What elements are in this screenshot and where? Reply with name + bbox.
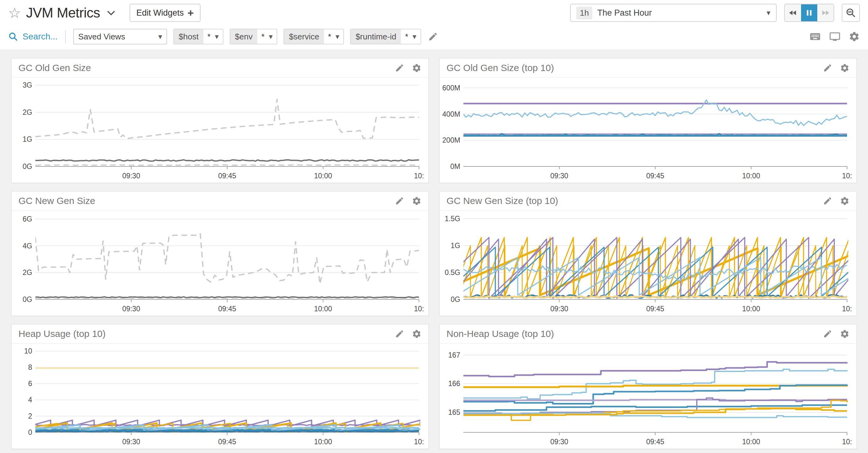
- widget-gc-new-gen-size: GC New Gen Size 6G4G2G0G09:3009:4510:001…: [11, 191, 429, 316]
- widget-edit-button[interactable]: [823, 329, 832, 338]
- dashboard-settings-button[interactable]: [848, 31, 860, 42]
- pencil-icon: [823, 196, 832, 205]
- zoom-out-button[interactable]: [842, 4, 860, 22]
- y-tick-label: 0G: [23, 295, 32, 303]
- series-palegold-band: [463, 296, 847, 298]
- y-tick-label: 166: [448, 380, 460, 388]
- dashboard-toolbar: Search... Saved Views ▾ $host *▾ $env *▾…: [0, 26, 868, 50]
- keyboard-icon: [809, 31, 821, 42]
- widget-edit-button[interactable]: [395, 196, 404, 205]
- gear-icon: [840, 196, 849, 206]
- pencil-icon: [823, 329, 832, 338]
- template-var-host[interactable]: $host *▾: [173, 29, 223, 44]
- edit-widgets-button[interactable]: Edit Widgets +: [129, 4, 200, 22]
- widget-heap-usage-top10: Heap Usage (top 10) 108642009:3009:4510:…: [11, 324, 429, 449]
- x-tick-label: 10:: [414, 172, 424, 180]
- widget-title: Non-Heap Usage (top 10): [446, 328, 823, 339]
- x-tick-label: 09:45: [646, 172, 664, 180]
- y-tick-label: 0G: [451, 295, 460, 303]
- y-tick-label: 0: [28, 428, 32, 436]
- caret-down-icon: ▾: [269, 32, 273, 41]
- template-var-name: $runtime-id: [351, 29, 401, 44]
- gear-icon: [848, 31, 860, 42]
- widget-settings-button[interactable]: [840, 63, 849, 73]
- y-tick-label: 0M: [450, 162, 460, 170]
- gear-icon: [412, 63, 422, 73]
- rewind-button[interactable]: [785, 4, 801, 21]
- search-input[interactable]: Search...: [8, 32, 58, 42]
- y-tick-label: 1.5G: [445, 215, 460, 223]
- x-tick-label: 09:45: [646, 305, 664, 313]
- pause-button[interactable]: [801, 4, 817, 21]
- y-tick-label: 10: [24, 347, 32, 355]
- caret-down-icon: ▾: [335, 32, 339, 41]
- saved-views-label: Saved Views: [78, 32, 158, 42]
- chart-canvas[interactable]: 3G2G1G0G09:3009:4510:0010:: [11, 78, 427, 182]
- y-tick-label: 2G: [23, 108, 32, 117]
- caret-down-icon: ▾: [158, 32, 162, 41]
- series-old-gen-dashed-main: [35, 99, 419, 138]
- playback-controls: [784, 4, 834, 22]
- series-new-gen-solid: [35, 297, 419, 298]
- template-var-runtime-id[interactable]: $runtime-id *▾: [350, 29, 421, 44]
- tv-mode-button[interactable]: [829, 31, 840, 42]
- pencil-icon: [395, 196, 404, 205]
- zoom-out-icon: [845, 7, 856, 18]
- widget-title: GC Old Gen Size: [19, 63, 395, 73]
- gear-icon: [840, 329, 849, 339]
- widget-edit-button[interactable]: [395, 329, 404, 338]
- time-range-picker[interactable]: 1h The Past Hour ▾: [570, 4, 777, 22]
- pencil-icon: [823, 63, 832, 72]
- x-tick-label: 09:30: [122, 438, 140, 446]
- chart-canvas[interactable]: 1.5G1G0.5G0G09:3009:4510:0010:: [440, 211, 855, 315]
- edit-template-vars-button[interactable]: [428, 32, 438, 42]
- x-tick-label: 10:00: [742, 172, 760, 180]
- gear-icon: [412, 329, 422, 339]
- widget-edit-button[interactable]: [395, 63, 404, 72]
- keyboard-shortcuts-button[interactable]: [809, 31, 821, 42]
- series-purple-band: [35, 424, 419, 425]
- widget-settings-button[interactable]: [840, 196, 849, 206]
- widget-settings-button[interactable]: [840, 329, 849, 339]
- widget-edit-button[interactable]: [823, 63, 832, 72]
- forward-button[interactable]: [817, 4, 834, 21]
- y-tick-label: 3G: [23, 81, 32, 89]
- plus-icon: +: [187, 7, 194, 18]
- series-lightblue-top: [463, 369, 847, 399]
- widget-non-heap-usage-top10: Non-Heap Usage (top 10) 16716616509:3009…: [439, 324, 857, 449]
- title-chevron-down-icon[interactable]: [106, 7, 116, 18]
- x-tick-label: 09:30: [550, 305, 568, 313]
- series-darkblue-band: [35, 431, 419, 432]
- y-tick-label: 4G: [23, 242, 32, 250]
- widget-edit-button[interactable]: [823, 196, 832, 205]
- y-tick-label: 1G: [23, 135, 32, 143]
- saved-views-select[interactable]: Saved Views ▾: [73, 29, 167, 44]
- gear-icon: [412, 196, 422, 206]
- caret-down-icon: ▾: [215, 32, 219, 41]
- template-var-service[interactable]: $service *▾: [283, 29, 344, 44]
- caret-down-icon: ▾: [413, 32, 416, 41]
- search-icon: [8, 32, 18, 42]
- y-tick-label: 200M: [442, 136, 460, 144]
- y-tick-label: 6G: [23, 215, 32, 223]
- chart-canvas[interactable]: 6G4G2G0G09:3009:4510:0010:: [11, 211, 427, 315]
- widget-settings-button[interactable]: [412, 196, 422, 206]
- x-tick-label: 09:30: [550, 438, 568, 446]
- chart-canvas[interactable]: 600M400M200M0M09:3009:4510:0010:: [440, 78, 855, 182]
- search-placeholder: Search...: [23, 32, 58, 42]
- widget-settings-button[interactable]: [412, 329, 422, 339]
- x-tick-label: 09:45: [646, 438, 664, 446]
- fast-forward-icon: [821, 8, 830, 18]
- gear-icon: [840, 63, 849, 73]
- template-var-value: *: [328, 32, 331, 42]
- favorite-star-icon[interactable]: ☆: [8, 6, 21, 20]
- edit-widgets-label: Edit Widgets: [136, 8, 184, 18]
- widget-title: GC Old Gen Size (top 10): [446, 63, 823, 73]
- chart-canvas[interactable]: 16716616509:3009:4510:0010:: [440, 344, 855, 448]
- dashboard-grid: GC Old Gen Size 3G2G1G0G09:3009:4510:001…: [0, 50, 868, 449]
- template-var-env[interactable]: $env *▾: [230, 29, 278, 44]
- widget-settings-button[interactable]: [412, 63, 422, 73]
- template-var-name: $service: [284, 29, 324, 44]
- rewind-icon: [788, 8, 798, 18]
- chart-canvas[interactable]: 108642009:3009:4510:0010:: [11, 344, 427, 448]
